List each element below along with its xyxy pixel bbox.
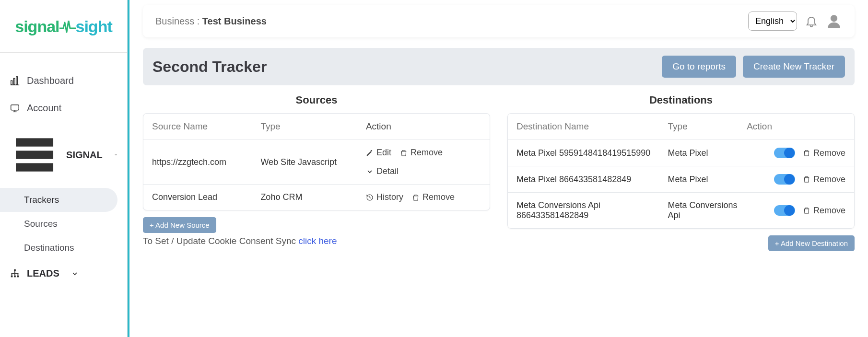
- destination-row: Meta Pixel 5959148418419515990 Meta Pixe…: [508, 139, 854, 166]
- remove-action[interactable]: Remove: [400, 148, 443, 158]
- trash-icon: [803, 207, 810, 214]
- destination-type: Meta Conversions Api: [668, 200, 747, 221]
- svg-rect-1: [13, 78, 15, 84]
- col-destination-name: Destination Name: [516, 121, 668, 132]
- destination-name: Meta Pixel 866433581482849: [516, 174, 668, 185]
- nav-sub-trackers[interactable]: Trackers: [0, 188, 117, 212]
- sources-header-row: Source Name Type Action: [143, 114, 490, 139]
- go-to-reports-button[interactable]: Go to reports: [662, 56, 736, 78]
- nav-group-leads-label: LEADS: [27, 268, 59, 279]
- col-destination-action: Action: [747, 121, 845, 132]
- svg-rect-18: [18, 273, 19, 276]
- svg-rect-17: [14, 273, 15, 276]
- nav-group-leads[interactable]: LEADS: [0, 260, 127, 287]
- nav-account[interactable]: Account: [0, 94, 127, 122]
- logo-text-1: signal: [15, 17, 59, 35]
- destination-type: Meta Pixel: [668, 174, 747, 185]
- svg-rect-0: [11, 81, 12, 84]
- source-row: Conversion Lead Zoho CRM History Remove: [143, 184, 490, 210]
- cookie-consent-line: To Set / Update Cookie Consent Sync clic…: [143, 236, 490, 246]
- nav-group-signal-label: SIGNAL: [66, 150, 103, 161]
- chart-icon: [10, 76, 20, 86]
- remove-action[interactable]: Remove: [803, 148, 845, 158]
- add-new-destination-button[interactable]: + Add New Destination: [768, 235, 855, 251]
- destination-toggle[interactable]: [774, 174, 795, 185]
- destination-toggle[interactable]: [774, 148, 795, 158]
- pencil-icon: [366, 149, 374, 157]
- remove-action[interactable]: Remove: [803, 206, 845, 216]
- detail-action[interactable]: Detail: [366, 166, 399, 176]
- col-destination-type: Type: [668, 121, 747, 132]
- destinations-column: Destinations Destination Name Type Actio…: [507, 94, 855, 251]
- destination-type: Meta Pixel: [668, 148, 747, 158]
- logo-pulse-icon: [59, 21, 76, 33]
- source-name: https://zzgtech.com: [152, 157, 260, 167]
- destinations-heading: Destinations: [507, 94, 855, 106]
- svg-rect-14: [14, 271, 15, 273]
- destination-row: Meta Conversions Api 866433581482849 Met…: [508, 192, 854, 228]
- logo-text-2: sight: [76, 17, 112, 35]
- sidebar: signalsight Dashboard Account SIGNAL Tra…: [0, 0, 128, 337]
- cookie-consent-link[interactable]: click here: [298, 236, 337, 246]
- nav-group-signal[interactable]: SIGNAL: [0, 122, 127, 188]
- source-name: Conversion Lead: [152, 192, 260, 202]
- add-new-source-button[interactable]: + Add New Source: [143, 217, 216, 233]
- svg-rect-8: [16, 151, 53, 159]
- chevron-down-icon: [71, 270, 79, 278]
- nav-sub-destinations[interactable]: Destinations: [0, 236, 127, 260]
- business-prefix: Business :: [155, 16, 202, 26]
- chevron-down-icon: [366, 168, 374, 175]
- nav-account-label: Account: [27, 103, 61, 114]
- remove-action[interactable]: Remove: [803, 174, 845, 185]
- svg-rect-10: [14, 269, 16, 271]
- svg-rect-16: [12, 273, 12, 276]
- svg-rect-9: [16, 163, 53, 171]
- destination-row: Meta Pixel 866433581482849 Meta Pixel Re…: [508, 166, 854, 192]
- destination-toggle[interactable]: [774, 205, 795, 216]
- trash-icon: [400, 149, 408, 157]
- svg-point-19: [831, 15, 837, 22]
- svg-rect-12: [14, 275, 16, 277]
- trash-icon: [803, 149, 810, 157]
- destinations-header-row: Destination Name Type Action: [508, 114, 854, 139]
- trash-icon: [412, 194, 420, 201]
- nav-dashboard[interactable]: Dashboard: [0, 67, 127, 94]
- server-icon: [10, 130, 59, 180]
- history-icon: [366, 194, 374, 201]
- svg-rect-7: [16, 138, 53, 146]
- svg-rect-11: [11, 275, 13, 277]
- nav-sub-sources[interactable]: Sources: [0, 212, 127, 236]
- create-new-tracker-button[interactable]: Create New Tracker: [743, 56, 845, 78]
- remove-action[interactable]: Remove: [412, 192, 455, 202]
- nav-dashboard-label: Dashboard: [27, 75, 74, 86]
- logo[interactable]: signalsight: [0, 0, 127, 53]
- svg-rect-2: [16, 76, 18, 84]
- title-row: Second Tracker Go to reports Create New …: [143, 48, 855, 85]
- chevron-down-icon: [114, 151, 117, 159]
- nav: Dashboard Account SIGNAL Trackers Source…: [0, 53, 127, 287]
- bell-icon[interactable]: [805, 14, 818, 28]
- topbar: Business : Test Business English: [143, 5, 855, 37]
- svg-rect-13: [17, 275, 19, 277]
- source-type: Zoho CRM: [260, 192, 366, 202]
- business-name: Test Business: [202, 16, 267, 26]
- col-source-type: Type: [260, 121, 366, 132]
- col-source-action: Action: [366, 121, 481, 132]
- monitor-icon: [10, 103, 20, 114]
- sources-table: Source Name Type Action https://zzgtech.…: [143, 113, 490, 210]
- col-source-name: Source Name: [152, 121, 260, 132]
- sources-heading: Sources: [143, 94, 490, 106]
- language-select[interactable]: English: [748, 12, 797, 31]
- main: Business : Test Business English Second …: [129, 0, 868, 337]
- page-title: Second Tracker: [152, 58, 267, 76]
- destination-name: Meta Conversions Api 866433581482849: [516, 200, 668, 221]
- avatar-icon[interactable]: [826, 13, 842, 29]
- destinations-table: Destination Name Type Action Meta Pixel …: [507, 113, 855, 229]
- sitemap-icon: [10, 268, 20, 279]
- history-action[interactable]: History: [366, 192, 403, 202]
- sources-column: Sources Source Name Type Action https://…: [143, 94, 490, 251]
- trash-icon: [803, 175, 810, 183]
- cookie-consent-text: To Set / Update Cookie Consent Sync: [143, 236, 298, 246]
- edit-action[interactable]: Edit: [366, 148, 391, 158]
- destination-name: Meta Pixel 5959148418419515990: [516, 148, 668, 158]
